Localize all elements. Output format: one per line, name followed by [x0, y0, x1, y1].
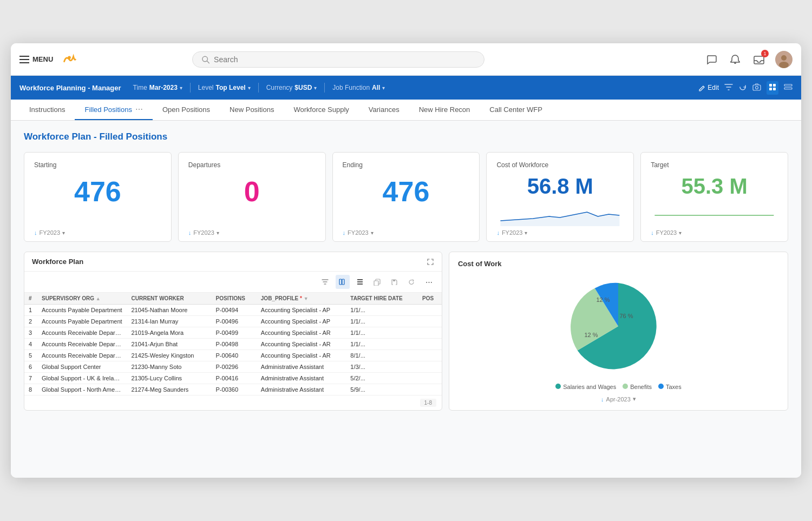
- table-row[interactable]: 6 Global Support Center 21230-Manny Soto…: [24, 361, 442, 373]
- toolbar-filter-icon[interactable]: [318, 275, 332, 289]
- tab-menu-dots[interactable]: ⋯: [135, 105, 143, 114]
- col-job-profile-header[interactable]: JOB_PROFILE * ▼: [257, 293, 346, 305]
- filter-time[interactable]: Time Mar-2023 ▾: [133, 84, 182, 91]
- bottom-row: Workforce Plan: [24, 252, 788, 411]
- tab-instructions[interactable]: Instructions: [19, 100, 75, 120]
- svg-text:12 %: 12 %: [585, 332, 598, 338]
- kpi-target-label: Target: [651, 161, 778, 169]
- kpi-cost-workforce: Cost of Workforce 56.8 M ↓ FY2023 ▾: [486, 152, 634, 242]
- svg-point-6: [781, 55, 787, 61]
- pie-footer[interactable]: ↓ Apr-2023 ▾: [458, 395, 779, 403]
- table-title: Workforce Plan: [32, 258, 83, 266]
- svg-rect-21: [374, 281, 378, 286]
- svg-line-3: [207, 61, 209, 63]
- menu-button[interactable]: MENU: [19, 55, 53, 63]
- pie-chart: 76 % 12 % 12 %: [458, 273, 779, 379]
- top-nav: MENU: [11, 43, 801, 76]
- col-hire-date-header[interactable]: TARGET HIRE DATE: [346, 293, 418, 305]
- menu-label: MENU: [32, 55, 53, 63]
- kpi-starting-value: 476: [34, 171, 161, 213]
- svg-rect-11: [773, 84, 776, 87]
- svg-marker-16: [501, 212, 620, 226]
- svg-text:76 %: 76 %: [620, 313, 633, 319]
- data-table: # SUPERVISORY ORG ▲ CURRENT WORKER POSIT…: [24, 293, 442, 395]
- tab-open-positions[interactable]: Open Positions: [153, 100, 220, 120]
- svg-rect-13: [773, 88, 776, 90]
- svg-rect-15: [784, 88, 792, 89]
- kpi-ending-value: 476: [343, 171, 470, 213]
- filter-job-function[interactable]: Job Function All ▾: [332, 84, 385, 91]
- svg-rect-19: [342, 279, 344, 285]
- toolbar-refresh-icon[interactable]: [405, 275, 419, 289]
- toolbar-columns-icon[interactable]: [336, 275, 350, 289]
- tab-variances[interactable]: Variances: [359, 100, 409, 120]
- bar-sep-1: [190, 83, 191, 93]
- kpi-ending-label: Ending: [343, 161, 470, 169]
- table-row[interactable]: 2 Accounts Payable Department 21314-Ian …: [24, 316, 442, 327]
- tab-call-center-wfp[interactable]: Call Center WFP: [480, 100, 552, 120]
- refresh-icon[interactable]: [738, 83, 747, 93]
- svg-rect-10: [769, 84, 772, 87]
- table-row[interactable]: 3 Accounts Receivable Department 21019-A…: [24, 327, 442, 339]
- page-content: Workforce Plan - Filled Positions Starti…: [11, 121, 801, 478]
- blue-bar: Workforce Planning - Manager Time Mar-20…: [11, 76, 801, 100]
- cost-of-work-card: Cost of Work 76 % 12 % 12 %: [449, 252, 788, 411]
- filter-currency[interactable]: Currency $USD ▾: [266, 84, 317, 91]
- kpi-ending: Ending 476 ↓ FY2023 ▾: [332, 152, 480, 242]
- search-input[interactable]: [214, 55, 475, 64]
- legend-benefits: Benefits: [623, 384, 652, 390]
- table-card-header: Workforce Plan: [24, 252, 442, 272]
- table-view-icon[interactable]: [784, 83, 793, 92]
- tab-workforce-supply[interactable]: Workforce Supply: [284, 100, 358, 120]
- svg-rect-22: [393, 283, 396, 285]
- tab-new-positions[interactable]: New Positions: [220, 100, 284, 120]
- toolbar-save-icon[interactable]: [388, 275, 402, 289]
- tab-new-hire-recon[interactable]: New Hire Recon: [409, 100, 480, 120]
- table-row[interactable]: 5 Accounts Receivable Department 21425-W…: [24, 350, 442, 361]
- kpi-starting-footer[interactable]: ↓ FY2023 ▾: [34, 229, 161, 236]
- workforce-plan-card: Workforce Plan: [24, 252, 442, 411]
- kpi-ending-footer[interactable]: ↓ FY2023 ▾: [343, 229, 470, 236]
- tab-filled-positions[interactable]: Filled Positions ⋯: [75, 100, 152, 120]
- kpi-target-chart: [651, 205, 778, 226]
- table-row[interactable]: 4 Accounts Receivable Department 21041-A…: [24, 339, 442, 350]
- logo: [60, 50, 79, 69]
- col-supervisory-org-header[interactable]: SUPERVISORY ORG ▲: [37, 293, 127, 305]
- legend-taxes: Taxes: [658, 384, 682, 390]
- nav-right: 1: [704, 51, 793, 68]
- col-current-worker-header[interactable]: CURRENT WORKER: [127, 293, 212, 305]
- kpi-row: Starting 476 ↓ FY2023 ▾ Departures 0 ↓ F…: [24, 152, 788, 242]
- user-avatar[interactable]: [775, 51, 793, 68]
- kpi-cost-footer[interactable]: ↓ FY2023 ▾: [496, 229, 624, 236]
- toolbar-copy-icon[interactable]: [370, 275, 384, 289]
- col-pos-header[interactable]: POS: [418, 293, 442, 305]
- kpi-departures-label: Departures: [188, 161, 316, 169]
- search-icon: [201, 55, 209, 64]
- filter-level[interactable]: Level Top Level ▾: [198, 84, 251, 91]
- svg-rect-12: [769, 88, 772, 90]
- toolbar-more-icon[interactable]: ⋯: [422, 275, 436, 289]
- toolbar-expand-icon[interactable]: [353, 275, 367, 289]
- kpi-departures-footer[interactable]: ↓ FY2023 ▾: [188, 229, 316, 236]
- col-num-header: #: [24, 293, 37, 305]
- table-row[interactable]: 7 Global Support - UK & Ireland Group 21…: [24, 373, 442, 384]
- pie-period: Apr-2023: [606, 396, 631, 403]
- chat-icon[interactable]: [704, 52, 719, 67]
- table-row[interactable]: 8 Global Support - North America Group 2…: [24, 384, 442, 395]
- table-row[interactable]: 1 Accounts Payable Department 21045-Nath…: [24, 305, 442, 316]
- camera-icon[interactable]: [752, 83, 761, 93]
- inbox-icon[interactable]: 1: [751, 52, 767, 67]
- expand-icon[interactable]: [427, 258, 434, 266]
- col-positions-header[interactable]: POSITIONS: [212, 293, 257, 305]
- hamburger-icon: [19, 56, 29, 63]
- app-title: Workforce Planning - Manager: [19, 84, 121, 92]
- edit-button[interactable]: Edit: [698, 84, 719, 91]
- svg-rect-8: [753, 85, 761, 90]
- kpi-target-footer[interactable]: ↓ FY2023 ▾: [651, 229, 778, 236]
- filter-icon[interactable]: [724, 83, 733, 93]
- kpi-starting-label: Starting: [34, 161, 161, 169]
- svg-point-1: [68, 56, 71, 59]
- grid-view-icon[interactable]: [767, 81, 778, 95]
- bell-icon[interactable]: [728, 52, 743, 67]
- kpi-departures-value: 0: [188, 171, 316, 213]
